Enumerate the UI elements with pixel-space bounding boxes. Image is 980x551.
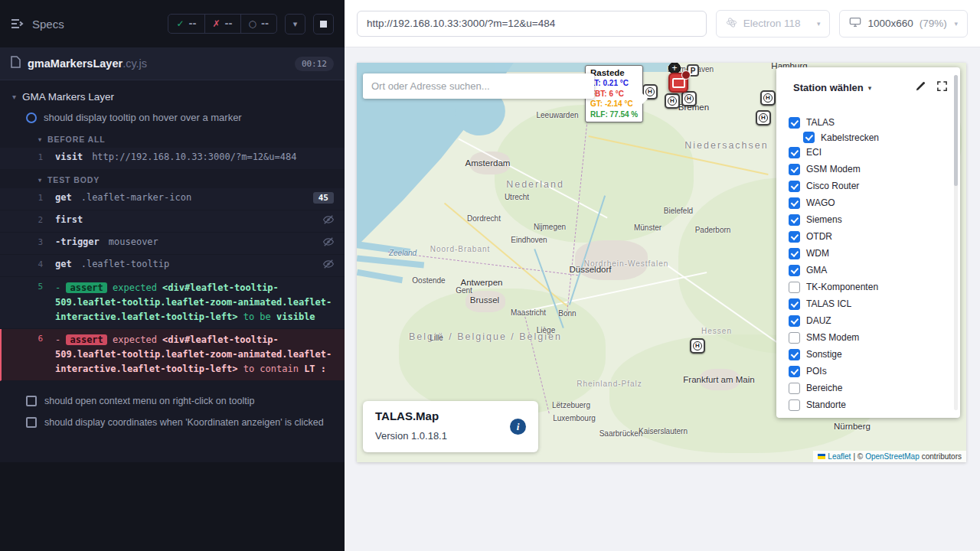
x-icon: ✗: [213, 18, 220, 29]
layer-item[interactable]: WAGO: [789, 194, 946, 211]
map-attribution: Leaflet | © OpenStreetMap contributors: [813, 451, 966, 462]
map-app[interactable]: BremerhavenHamburgBremenGroningenLeeuwar…: [357, 63, 966, 462]
layer-item[interactable]: TALAS: [789, 114, 946, 131]
chevron-down-icon[interactable]: ▾: [868, 84, 872, 92]
layer-checkbox[interactable]: [789, 197, 800, 209]
pending-test[interactable]: should display coordinates when 'Koordin…: [0, 412, 345, 433]
tooltip-row: GT: -2.14 °C: [590, 99, 638, 109]
section-test-body[interactable]: ▾ TEST BODY: [0, 170, 345, 188]
layer-checkbox[interactable]: [789, 332, 800, 344]
layer-checkbox[interactable]: [789, 265, 800, 276]
layer-checkbox[interactable]: [789, 383, 800, 394]
layer-checkbox[interactable]: [789, 349, 800, 360]
map-label: Münster: [634, 223, 662, 232]
tooltip-values: LT: 0.21 °CFBT: 6 °CGT: -2.14 °CRLF: 77.…: [590, 78, 638, 119]
layer-item[interactable]: Standorte: [789, 396, 946, 413]
layer-checkbox[interactable]: [789, 399, 800, 411]
stat-passed: ✓--: [168, 15, 204, 33]
layer-item[interactable]: DAUZ: [789, 312, 946, 329]
browser-select[interactable]: Electron 118 ▾: [716, 10, 831, 37]
command-row[interactable]: 2 first: [0, 210, 345, 233]
layer-item[interactable]: POIs: [789, 363, 946, 380]
collapse-button[interactable]: ▾: [285, 14, 305, 34]
layer-item[interactable]: OTDR: [789, 228, 946, 245]
pending-test[interactable]: should open context menu on right-click …: [0, 390, 345, 412]
electron-icon: [726, 17, 737, 31]
layer-item[interactable]: Siemens: [789, 211, 946, 228]
layer-checkbox[interactable]: [803, 132, 815, 143]
scrollbar-thumb[interactable]: [954, 75, 958, 186]
spec-timer: 00:12: [295, 57, 334, 71]
layer-checkbox[interactable]: [789, 181, 800, 192]
command-row[interactable]: 4 get .leaflet-tooltip: [0, 255, 345, 277]
assert-failed-row[interactable]: 6 - assert expected <div#leaflet-tooltip…: [0, 329, 345, 381]
layer-item[interactable]: SMS Modem: [789, 329, 946, 346]
layer-item[interactable]: GMA: [789, 262, 946, 279]
layer-checkbox[interactable]: [789, 117, 800, 129]
layer-checkbox[interactable]: [789, 282, 800, 293]
layer-checkbox[interactable]: [789, 147, 800, 158]
map-label: Dordrecht: [467, 214, 501, 223]
expand-icon[interactable]: [936, 80, 948, 95]
spec-header[interactable]: gmaMarkersLayer.cy.js 00:12: [0, 47, 345, 80]
h-marker[interactable]: H: [756, 110, 771, 126]
layer-checkbox[interactable]: [789, 298, 800, 310]
specs-title[interactable]: Specs: [32, 18, 64, 31]
viewport-select[interactable]: 1000x660 (79%) ▾: [839, 10, 968, 37]
stop-button[interactable]: [313, 14, 334, 34]
layer-checkbox[interactable]: [789, 214, 800, 226]
screen: Specs ✓-- ✗-- ○-- ▾ gmaMarkersLayer.cy.j…: [0, 0, 980, 551]
layer-item[interactable]: Cisco Router: [789, 178, 946, 194]
layer-item[interactable]: Kabelstrecken: [789, 131, 946, 144]
red-marker[interactable]: [668, 73, 688, 93]
layer-item[interactable]: Sonstige: [789, 346, 946, 363]
assert-passed-row[interactable]: 5 - assert expected <div#leaflet-tooltip…: [0, 277, 345, 329]
layer-label: ECI: [806, 147, 822, 158]
specs-menu-icon[interactable]: [11, 18, 24, 29]
map-label: Rheinland-Pfalz: [577, 380, 642, 388]
layer-label: Sonstige: [806, 349, 842, 360]
layer-label: Siemens: [806, 214, 842, 225]
layer-item[interactable]: TK-Komponenten: [789, 279, 946, 295]
estuary: [357, 255, 424, 268]
suite-title[interactable]: ▾ GMA Markers Layer: [0, 80, 345, 107]
layer-item[interactable]: GSM Modem: [789, 161, 946, 178]
osm-link[interactable]: OpenStreetMap: [865, 452, 920, 461]
command-row[interactable]: 1 visit http://192.168.10.33:3000/?m=12&…: [0, 148, 345, 170]
layer-item[interactable]: TALAS ICL: [789, 295, 946, 312]
info-icon[interactable]: i: [510, 419, 526, 435]
panel-scrollbar[interactable]: [954, 75, 958, 410]
layer-checkbox[interactable]: [789, 231, 800, 243]
command-row[interactable]: 1 get .leaflet-marker-icon 45: [0, 188, 345, 210]
map-label: Nürnberg: [834, 422, 871, 431]
map-label: Luxembourg: [553, 414, 596, 422]
chevron-down-icon: ▾: [38, 136, 42, 143]
layer-checkbox[interactable]: [789, 315, 800, 327]
h-marker[interactable]: H: [760, 90, 776, 106]
command-row[interactable]: 3 -trigger mouseover: [0, 233, 345, 255]
layer-item[interactable]: Bereiche: [789, 380, 946, 396]
layer-checkbox[interactable]: [789, 248, 800, 259]
h-marker[interactable]: H: [681, 91, 697, 106]
section-before-all[interactable]: ▾ BEFORE ALL: [0, 129, 345, 148]
layer-label: OTDR: [806, 231, 832, 242]
layer-list: TALASKabelstreckenECIGSM ModemCisco Rout…: [789, 114, 946, 413]
test-reporter: gmaMarkersLayer.cy.js 00:12 ▾ GMA Marker…: [0, 47, 345, 462]
layer-checkbox[interactable]: [789, 366, 800, 377]
circle-icon: ○: [249, 18, 256, 29]
h-marker[interactable]: H: [690, 338, 705, 354]
map-label: Noord-Brabant: [430, 245, 491, 253]
station-select[interactable]: Station wählen: [793, 82, 864, 93]
layer-item[interactable]: ECI: [789, 144, 946, 161]
active-test[interactable]: should display tooltip on hover over a m…: [0, 107, 345, 129]
layer-checkbox[interactable]: [789, 164, 800, 175]
url-input[interactable]: [357, 11, 707, 37]
h-marker[interactable]: H: [665, 93, 680, 109]
layer-item[interactable]: WDM: [789, 245, 946, 262]
map-label: Amsterdam: [466, 158, 511, 168]
search-input[interactable]: [363, 73, 594, 99]
map-label: Hessen: [701, 327, 732, 335]
leaflet-link[interactable]: Leaflet: [828, 452, 851, 461]
edit-icon[interactable]: [915, 80, 926, 95]
assert-pill: assert: [66, 282, 106, 293]
